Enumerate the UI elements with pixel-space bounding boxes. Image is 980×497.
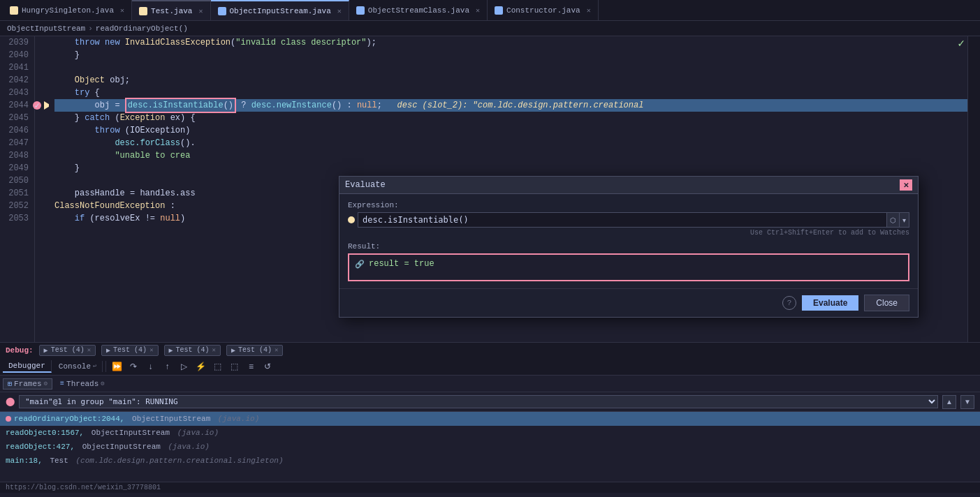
thread-selector-row: ⬤ "main"@1 in group "main": RUNNING ▲ ▼	[0, 392, 980, 412]
stack-frame-1[interactable]: readObject0:1567, ObjectInputStream (jav…	[0, 426, 980, 440]
tab-hungrySingleton[interactable]: HungrySingleton.java ✕	[3, 0, 132, 20]
stack-frame-class-0: ObjectInputStream	[127, 415, 210, 423]
debug-tab-close-1[interactable]: ✕	[87, 346, 91, 354]
tab-close-hungrySingleton[interactable]: ✕	[120, 6, 124, 15]
debug-tab-label-1: Test (4)	[51, 346, 85, 354]
tab-objectinputstream[interactable]: ObjectInputStream.java ✕	[211, 0, 349, 20]
frames-settings-icon: ⚙	[44, 380, 47, 387]
frames-threads-bar: ⊞ Frames ⚙ ≡ Threads ⚙	[0, 376, 980, 392]
stack-frame-class-1: ObjectInputStream	[87, 429, 170, 437]
console-tab[interactable]: Console ↩	[53, 361, 103, 372]
code-line-2042: Object obj;	[54, 74, 967, 87]
stack-frame-2[interactable]: readObject:427, ObjectInputStream (java.…	[0, 440, 980, 454]
help-icon[interactable]: ?	[782, 296, 796, 310]
threads-settings-icon: ⚙	[101, 380, 104, 387]
stack-frame-bp-0	[6, 416, 11, 422]
toolbar-btn-4[interactable]: ↑	[159, 359, 175, 374]
result-icon: 🔗	[355, 260, 365, 269]
java-file-icon-5	[495, 6, 503, 15]
console-tab-label: Console	[59, 362, 91, 371]
tab-label: Constructor.java	[506, 6, 580, 15]
breadcrumb-part1: ObjectInputStream	[7, 24, 85, 33]
debug-tab-label-2: Test (4)	[113, 346, 147, 354]
debug-tab-label-3: Test (4)	[176, 346, 210, 354]
evaluate-dialog: Evaluate ✕ Expression: ⬡ ▾ Use Ctrl+Shif…	[339, 176, 919, 318]
frames-icon: ⊞	[8, 380, 12, 388]
debug-tab-2[interactable]: ▶ Test (4) ✕	[101, 345, 158, 356]
stack-frame-3[interactable]: main:18, Test (com.ldc.design.pattern.cr…	[0, 454, 980, 468]
breadcrumb-part2: readOrdinaryObject()	[96, 24, 188, 33]
debugger-tab[interactable]: Debugger	[3, 360, 52, 373]
evaluate-button[interactable]: Evaluate	[802, 295, 858, 311]
code-line-2041	[54, 61, 967, 74]
toolbar-btn-3[interactable]: ↓	[142, 359, 158, 374]
close-button[interactable]: Close	[864, 295, 909, 311]
expression-input[interactable]	[358, 212, 887, 228]
debug-tab-4[interactable]: ▶ Test (4) ✕	[226, 345, 283, 356]
evaluate-footer: ? Evaluate Close	[339, 288, 918, 317]
tab-close-test[interactable]: ✕	[198, 7, 203, 15]
tab-bar: HungrySingleton.java ✕ Test.java ✕ Objec…	[0, 0, 980, 21]
toolbar-btn-10[interactable]: ↺	[260, 359, 275, 374]
expression-row: ⬡ ▾	[348, 212, 909, 228]
tab-close-osc[interactable]: ✕	[476, 6, 480, 15]
tab-close-ois[interactable]: ✕	[337, 7, 342, 15]
code-line-2040: }	[54, 49, 967, 61]
toolbar-btn-6[interactable]: ⚡	[193, 359, 208, 374]
toolbar-btn-1[interactable]: ⏩	[109, 359, 124, 374]
thread-nav-down[interactable]: ▼	[960, 395, 974, 409]
toolbar-btn-9[interactable]: ≡	[243, 359, 258, 374]
tab-close-constructor[interactable]: ✕	[587, 6, 591, 15]
code-line-2039: throw new InvalidClassException("invalid…	[54, 36, 967, 49]
right-gutter	[967, 36, 980, 342]
toolbar-btn-8[interactable]: ⬚	[226, 359, 242, 374]
result-label: Result:	[348, 242, 909, 251]
console-tab-icon: ↩	[93, 362, 96, 370]
debug-tab-close-3[interactable]: ✕	[212, 346, 216, 354]
url-text: https://blog.csdn.net/weixin_37778801	[6, 484, 161, 491]
thread-nav-up[interactable]: ▲	[942, 395, 956, 409]
evaluate-body: Expression: ⬡ ▾ Use Ctrl+Shift+Enter to …	[339, 194, 918, 288]
expression-input-wrap: ⬡ ▾	[358, 212, 909, 228]
expand-button[interactable]: ⬡	[887, 212, 900, 228]
tab-label: HungrySingleton.java	[22, 6, 114, 15]
tab-constructor[interactable]: Constructor.java ✕	[488, 0, 599, 20]
code-line-2046: throw (IOException)	[54, 124, 967, 137]
stack-frame-0[interactable]: readOrdinaryObject:2044, ObjectInputStre…	[0, 412, 980, 426]
stack-list: readOrdinaryObject:2044, ObjectInputStre…	[0, 412, 980, 482]
stack-frame-file-1: (java.io)	[173, 429, 219, 437]
evaluate-titlebar: Evaluate ✕	[339, 177, 918, 194]
debug-tab-close-2[interactable]: ✕	[149, 346, 153, 354]
debug-tab-icon-4: ▶	[231, 346, 235, 355]
dropdown-button[interactable]: ▾	[900, 212, 909, 228]
toolbar-sep-1	[105, 361, 106, 372]
code-line-2044: obj = desc.isInstantiable() ? desc.newIn…	[54, 99, 967, 112]
debug-tab-3[interactable]: ▶ Test (4) ✕	[164, 345, 221, 356]
debug-tab-close-4[interactable]: ✕	[275, 346, 278, 354]
line-numbers: 2039 2040 2041 2042 2043 2044 2045 2046 …	[0, 36, 35, 342]
thread-selector[interactable]: "main"@1 in group "main": RUNNING	[19, 395, 938, 408]
toolbar-btn-7[interactable]: ⬚	[210, 359, 225, 374]
tab-test[interactable]: Test.java ✕	[132, 0, 210, 20]
debug-tab-label-4: Test (4)	[238, 346, 272, 354]
toolbar-btn-5[interactable]: ▷	[176, 359, 191, 374]
java-file-icon-3	[218, 7, 226, 15]
debug-tab-1[interactable]: ▶ Test (4) ✕	[39, 345, 96, 356]
stack-frame-file-0: (java.io)	[213, 415, 259, 423]
breadcrumb: ObjectInputStream › readOrdinaryObject()	[0, 21, 980, 36]
debug-label: Debug:	[6, 346, 34, 355]
evaluate-close-button[interactable]: ✕	[900, 179, 912, 191]
debug-tab-icon-2: ▶	[106, 346, 110, 355]
frames-tab[interactable]: ⊞ Frames ⚙	[3, 378, 52, 390]
code-line-2048: "unable to crea	[54, 149, 967, 162]
url-bar: https://blog.csdn.net/weixin_37778801	[0, 482, 980, 493]
stack-frame-class-2: ObjectInputStream	[78, 443, 161, 451]
tab-objectstreamclass[interactable]: ObjectStreamClass.java ✕	[349, 0, 488, 20]
stack-frame-method-1: readObject0:1567,	[6, 429, 84, 437]
tab-label: Test.java	[151, 7, 192, 15]
tab-label: ObjectStreamClass.java	[368, 6, 469, 15]
toolbar-btn-2[interactable]: ↷	[126, 359, 141, 374]
threads-tab[interactable]: ≡ Threads ⚙	[55, 378, 110, 390]
java-file-icon-4	[356, 6, 365, 15]
green-arrow-indicator: ✓	[958, 38, 965, 50]
